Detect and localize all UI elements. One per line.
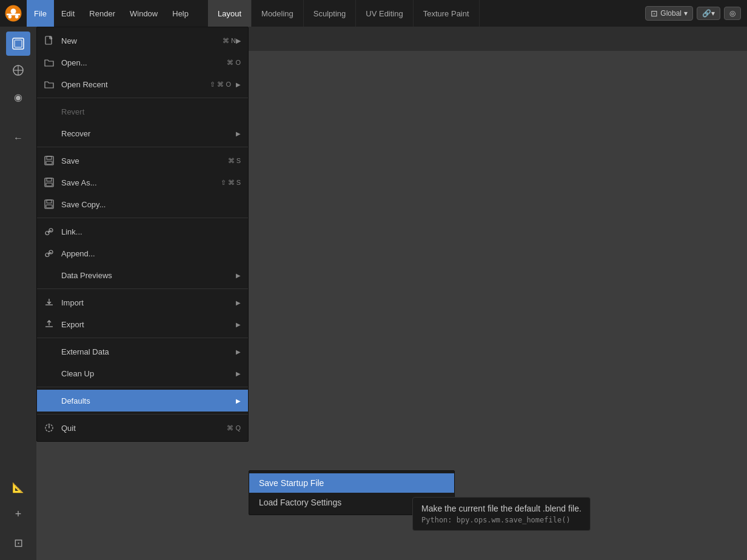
svg-rect-15 <box>46 161 52 164</box>
svg-rect-18 <box>46 183 52 186</box>
defaults-label: Defaults <box>61 396 231 405</box>
tab-uv-editing[interactable]: UV Editing <box>356 0 413 27</box>
svg-rect-20 <box>47 200 52 203</box>
menu-item-data-previews[interactable]: Data Previews ▶ <box>37 264 248 286</box>
clean-up-label: Clean Up <box>61 369 231 378</box>
menu-item-import[interactable]: Import ▶ <box>37 292 248 313</box>
tab-modeling[interactable]: Modeling <box>252 0 304 27</box>
data-previews-arrow: ▶ <box>236 272 241 279</box>
recover-arrow: ▶ <box>236 130 241 137</box>
top-menubar: File Edit Render Window Help Layout Mode… <box>0 0 747 27</box>
svg-point-4 <box>15 15 19 19</box>
file-dropdown-menu: New ⌘ N▶ Open... ⌘ O Open Recent ⇧ ⌘ O ▶… <box>36 27 249 442</box>
left-sidebar: ◉ ← 📐 + ⊡ <box>0 27 36 560</box>
menu-window[interactable]: Window <box>122 0 165 27</box>
separator-6 <box>37 387 248 387</box>
sidebar-icon-transform[interactable] <box>6 58 30 82</box>
menu-render[interactable]: Render <box>82 0 122 27</box>
new-file-icon <box>42 33 56 48</box>
separator-5 <box>37 338 248 338</box>
orientation-icon: ⊡ <box>651 8 658 18</box>
menu-item-new[interactable]: New ⌘ N▶ <box>37 30 248 52</box>
submenu-item-save-startup[interactable]: Save Startup File <box>249 473 454 493</box>
svg-point-1 <box>11 8 16 14</box>
save-copy-label: Save Copy... <box>61 200 241 209</box>
menu-item-save-as[interactable]: Save As... ⇧ ⌘ S <box>37 172 248 193</box>
export-label: Export <box>61 320 231 329</box>
data-previews-icon <box>42 268 56 282</box>
snapping-button[interactable]: 🔗▾ <box>697 7 720 20</box>
menu-bar: File Edit Render Window Help <box>27 0 196 27</box>
tooltip-title: Make the current file the default .blend… <box>421 504 581 513</box>
export-icon <box>42 317 56 332</box>
revert-label: Revert <box>61 107 241 116</box>
menu-item-save[interactable]: Save ⌘ S <box>37 150 248 172</box>
tab-sculpting[interactable]: Sculpting <box>304 0 356 27</box>
separator-2 <box>37 147 248 147</box>
chevron-down-icon: ▾ <box>684 9 688 18</box>
sidebar-icon-remove[interactable]: ⊡ <box>6 531 30 555</box>
sidebar-icon-add[interactable]: + <box>6 502 30 526</box>
menu-edit[interactable]: Edit <box>54 0 82 27</box>
link-icon <box>42 224 56 239</box>
menu-item-defaults[interactable]: Defaults ▶ <box>37 390 248 412</box>
menu-item-open-recent[interactable]: Open Recent ⇧ ⌘ O ▶ <box>37 73 248 95</box>
recover-label: Recover <box>61 129 231 138</box>
external-data-label: External Data <box>61 347 231 356</box>
svg-point-25 <box>49 250 53 254</box>
menu-item-link[interactable]: Link... <box>37 221 248 242</box>
external-data-icon <box>42 344 56 359</box>
save-as-label: Save As... <box>61 178 221 187</box>
menu-help[interactable]: Help <box>165 0 196 27</box>
open-label: Open... <box>61 58 227 67</box>
recover-icon <box>42 126 56 141</box>
header-right-controls: ⊡ Global ▾ 🔗▾ ◎ <box>645 6 747 21</box>
menu-file[interactable]: File <box>27 0 54 27</box>
menu-item-quit[interactable]: Quit ⌘ Q <box>37 417 248 439</box>
svg-point-22 <box>45 232 49 235</box>
open-recent-label: Open Recent <box>61 80 210 89</box>
defaults-icon <box>42 393 56 408</box>
menu-item-export[interactable]: Export ▶ <box>37 313 248 335</box>
tooltip-box: Make the current file the default .blend… <box>412 497 591 531</box>
separator-7 <box>37 414 248 415</box>
menu-item-recover[interactable]: Recover ▶ <box>37 122 248 144</box>
link-label: Link... <box>61 227 241 236</box>
open-icon <box>42 55 56 70</box>
menu-item-clean-up[interactable]: Clean Up ▶ <box>37 362 248 384</box>
save-copy-icon <box>42 197 56 212</box>
sidebar-icon-measure[interactable]: 📐 <box>6 475 30 499</box>
append-icon <box>42 246 56 261</box>
open-shortcut: ⌘ O <box>227 59 241 67</box>
open-recent-arrow: ▶ <box>236 81 241 88</box>
sidebar-icon-view[interactable]: ◉ <box>6 85 30 109</box>
load-factory-label: Load Factory Settings <box>259 498 341 507</box>
menu-item-append[interactable]: Append... <box>37 242 248 264</box>
separator-1 <box>37 98 248 98</box>
orientation-dropdown[interactable]: ⊡ Global ▾ <box>645 6 693 21</box>
new-shortcut: ⌘ N▶ <box>223 37 241 45</box>
svg-point-23 <box>49 228 53 232</box>
blender-logo[interactable] <box>0 0 27 27</box>
workspace-tabs: Layout Modeling Sculpting UV Editing Tex… <box>208 0 480 27</box>
menu-item-revert: Revert <box>37 101 248 122</box>
svg-rect-21 <box>46 205 52 208</box>
menu-item-save-copy[interactable]: Save Copy... <box>37 193 248 215</box>
defaults-arrow: ▶ <box>236 398 241 404</box>
save-icon <box>42 153 56 168</box>
menu-item-external-data[interactable]: External Data ▶ <box>37 341 248 362</box>
sidebar-icon-active-tool[interactable] <box>6 32 30 56</box>
tab-layout[interactable]: Layout <box>208 0 252 27</box>
save-shortcut: ⌘ S <box>228 157 241 165</box>
proportional-edit-button[interactable]: ◎ <box>724 7 741 20</box>
tab-texture-paint[interactable]: Texture Paint <box>414 0 480 27</box>
sidebar-icon-arrow[interactable]: ← <box>6 126 30 150</box>
save-startup-label: Save Startup File <box>259 478 324 488</box>
save-as-shortcut: ⇧ ⌘ S <box>221 179 241 187</box>
revert-icon <box>42 104 56 119</box>
menu-item-open[interactable]: Open... ⌘ O <box>37 52 248 73</box>
svg-point-3 <box>8 15 12 19</box>
export-arrow: ▶ <box>236 321 241 328</box>
import-arrow: ▶ <box>236 299 241 306</box>
clean-up-icon <box>42 366 56 381</box>
